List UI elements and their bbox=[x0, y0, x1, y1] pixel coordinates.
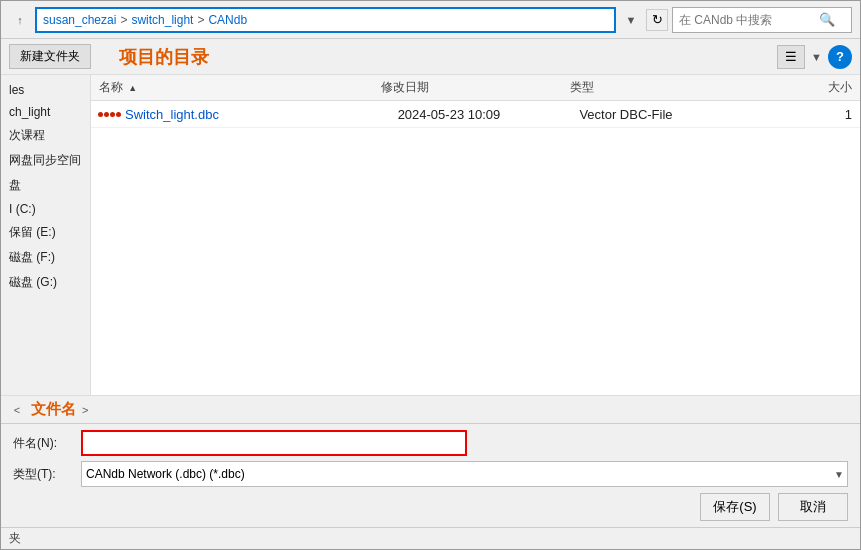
dropdown-arrow-button[interactable]: ▼ bbox=[620, 9, 642, 31]
col-header-type[interactable]: 类型 bbox=[570, 79, 758, 96]
col-header-date[interactable]: 修改日期 bbox=[381, 79, 569, 96]
toolbar-title: 项目的目录 bbox=[119, 45, 209, 69]
file-list-header: 名称 ▲ 修改日期 类型 大小 bbox=[91, 75, 860, 101]
filetype-label: 类型(T): bbox=[13, 466, 73, 483]
path-scroll-right: > bbox=[82, 404, 88, 416]
filename-dropdown-wrapper bbox=[475, 430, 849, 456]
sidebar-item-ch-light[interactable]: ch_light bbox=[1, 101, 90, 123]
filetype-row: 类型(T): CANdb Network (.dbc) (*.dbc) ▼ bbox=[13, 461, 848, 487]
toolbar: 新建文件夹 项目的目录 ☰ ▼ ? bbox=[1, 39, 860, 75]
help-button[interactable]: ? bbox=[828, 45, 852, 69]
filename-input[interactable] bbox=[87, 436, 287, 450]
sidebar-item-disk[interactable]: 盘 bbox=[1, 173, 90, 198]
filename-label: 件名(N): bbox=[13, 435, 73, 452]
footer: 夹 bbox=[1, 527, 860, 549]
file-type: Vector DBC-File bbox=[579, 107, 761, 122]
filename-row: 件名(N): bbox=[13, 430, 848, 456]
sidebar-item-cloud[interactable]: 网盘同步空间 bbox=[1, 148, 90, 173]
main-area: les ch_light 次课程 网盘同步空间 盘 I (C:) 保留 (E:)… bbox=[1, 75, 860, 395]
cancel-button[interactable]: 取消 bbox=[778, 493, 848, 521]
file-name: Switch_light.dbc bbox=[125, 107, 398, 122]
bottom-area: 件名(N): 类型(T): CANdb Network (.dbc) (*.db… bbox=[1, 423, 860, 527]
sort-icon: ▲ bbox=[128, 83, 137, 93]
sidebar-item-g[interactable]: 磁盘 (G:) bbox=[1, 270, 90, 295]
path-nav-left[interactable]: < bbox=[9, 402, 25, 418]
filename-input-wrapper bbox=[81, 430, 467, 456]
nav-up-button[interactable]: ↑ bbox=[9, 9, 31, 31]
file-date: 2024-05-23 10:09 bbox=[398, 107, 580, 122]
breadcrumb-item-1[interactable]: susan_chezai bbox=[43, 13, 116, 27]
file-icon bbox=[99, 106, 119, 122]
file-list: 名称 ▲ 修改日期 类型 大小 Switch_light.dbc bbox=[91, 75, 860, 395]
path-bar: < 文件名 > bbox=[1, 395, 860, 423]
sidebar-item-les[interactable]: les bbox=[1, 79, 90, 101]
address-bar: ↑ susan_chezai > switch_light > CANdb ▼ … bbox=[1, 1, 860, 39]
sidebar-item-c[interactable]: I (C:) bbox=[1, 198, 90, 220]
save-dialog: ↑ susan_chezai > switch_light > CANdb ▼ … bbox=[0, 0, 861, 550]
save-button[interactable]: 保存(S) bbox=[700, 493, 770, 521]
filetype-select[interactable]: CANdb Network (.dbc) (*.dbc) bbox=[81, 461, 848, 487]
view-button[interactable]: ☰ bbox=[777, 45, 805, 69]
file-size: 1 bbox=[761, 107, 852, 122]
breadcrumb-item-2[interactable]: switch_light bbox=[131, 13, 193, 27]
table-row[interactable]: Switch_light.dbc 2024-05-23 10:09 Vector… bbox=[91, 101, 860, 128]
breadcrumb-item-3[interactable]: CANdb bbox=[208, 13, 247, 27]
footer-label: 夹 bbox=[9, 530, 21, 547]
sidebar-item-e[interactable]: 保留 (E:) bbox=[1, 220, 90, 245]
sidebar-item-f[interactable]: 磁盘 (F:) bbox=[1, 245, 90, 270]
filetype-dropdown-wrapper: CANdb Network (.dbc) (*.dbc) ▼ bbox=[81, 461, 848, 487]
sidebar-item-lessons[interactable]: 次课程 bbox=[1, 123, 90, 148]
search-input[interactable] bbox=[679, 13, 819, 27]
search-icon: 🔍 bbox=[819, 12, 835, 27]
breadcrumb[interactable]: susan_chezai > switch_light > CANdb bbox=[35, 7, 616, 33]
path-title: 文件名 bbox=[31, 400, 76, 419]
new-folder-button[interactable]: 新建文件夹 bbox=[9, 44, 91, 69]
sidebar: les ch_light 次课程 网盘同步空间 盘 I (C:) 保留 (E:)… bbox=[1, 75, 91, 395]
button-row: 保存(S) 取消 bbox=[13, 493, 848, 521]
search-box: 🔍 bbox=[672, 7, 852, 33]
col-header-size[interactable]: 大小 bbox=[758, 79, 852, 96]
refresh-button[interactable]: ↻ bbox=[646, 9, 668, 31]
col-header-name[interactable]: 名称 ▲ bbox=[99, 79, 381, 96]
